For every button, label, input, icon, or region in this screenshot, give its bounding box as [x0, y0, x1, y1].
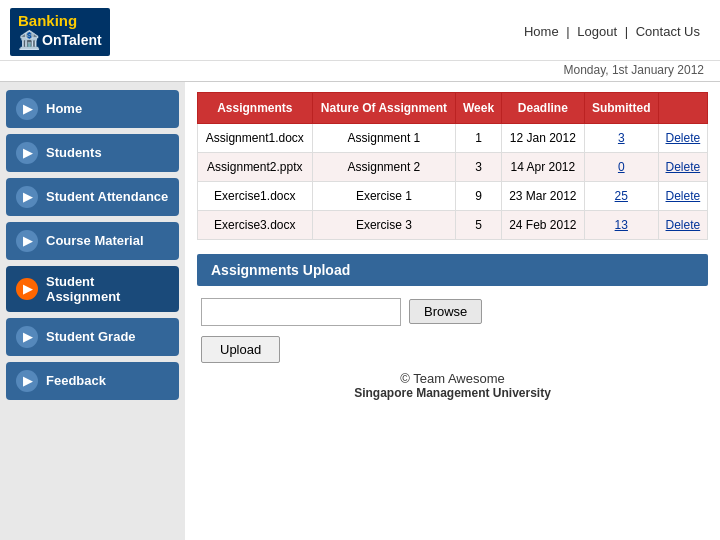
logo-box: Banking 🏦 OnTalent — [10, 8, 110, 56]
sidebar-item-student-assignment[interactable]: ▶ Student Assignment — [6, 266, 179, 312]
sidebar-label-grade: Student Grade — [46, 329, 136, 344]
cell-nature-2: Exercise 1 — [312, 181, 456, 210]
cell-week-3: 5 — [456, 210, 502, 239]
sidebar-item-student-grade[interactable]: ▶ Student Grade — [6, 318, 179, 356]
cell-week-2: 9 — [456, 181, 502, 210]
cell-delete-2[interactable]: Delete — [658, 181, 707, 210]
col-header-deadline: Deadline — [501, 92, 584, 123]
upload-row: Browse — [197, 298, 708, 326]
main-layout: ▶ Home ▶ Students ▶ Student Attendance ▶… — [0, 82, 720, 540]
cell-week-1: 3 — [456, 152, 502, 181]
nav-separator-2: | — [625, 24, 628, 39]
col-header-assignments: Assignments — [198, 92, 313, 123]
cell-file-0: Assignment1.docx — [198, 123, 313, 152]
cell-delete-1[interactable]: Delete — [658, 152, 707, 181]
cell-nature-3: Exercise 3 — [312, 210, 456, 239]
cell-deadline-3: 24 Feb 2012 — [501, 210, 584, 239]
col-header-action — [658, 92, 707, 123]
upload-title: Assignments Upload — [211, 262, 350, 278]
content-area: Assignments Nature Of Assignment Week De… — [185, 82, 720, 540]
cell-file-3: Exercise3.docx — [198, 210, 313, 239]
contact-nav-link[interactable]: Contact Us — [636, 24, 700, 39]
assignments-table: Assignments Nature Of Assignment Week De… — [197, 92, 708, 240]
browse-button[interactable]: Browse — [409, 299, 482, 324]
sidebar-label-home: Home — [46, 101, 82, 116]
sidebar-label-assignment: Student Assignment — [46, 274, 169, 304]
col-header-nature: Nature Of Assignment — [312, 92, 456, 123]
sidebar-arrow-course: ▶ — [16, 230, 38, 252]
sidebar-arrow-assignment: ▶ — [16, 278, 38, 300]
cell-file-2: Exercise1.docx — [198, 181, 313, 210]
cell-submitted-0[interactable]: 3 — [584, 123, 658, 152]
cell-week-0: 1 — [456, 123, 502, 152]
cell-submitted-3[interactable]: 13 — [584, 210, 658, 239]
col-header-week: Week — [456, 92, 502, 123]
file-upload-input[interactable] — [201, 298, 401, 326]
footer-line1: © Team Awesome — [197, 371, 708, 386]
logo-area: Banking 🏦 OnTalent — [10, 8, 110, 56]
upload-button[interactable]: Upload — [201, 336, 280, 363]
footer: © Team Awesome Singapore Management Univ… — [197, 371, 708, 400]
nav-links: Home | Logout | Contact Us — [520, 24, 704, 39]
home-nav-link[interactable]: Home — [524, 24, 559, 39]
date-text: Monday, 1st January 2012 — [563, 63, 704, 77]
sidebar-item-course-material[interactable]: ▶ Course Material — [6, 222, 179, 260]
logo-banking: Banking — [18, 12, 77, 29]
sidebar-label-course: Course Material — [46, 233, 144, 248]
cell-deadline-0: 12 Jan 2012 — [501, 123, 584, 152]
table-row: Assignment1.docx Assignment 1 1 12 Jan 2… — [198, 123, 708, 152]
sidebar-arrow-home: ▶ — [16, 98, 38, 120]
cell-deadline-1: 14 Apr 2012 — [501, 152, 584, 181]
sidebar-item-feedback[interactable]: ▶ Feedback — [6, 362, 179, 400]
table-row: Assignment2.pptx Assignment 2 3 14 Apr 2… — [198, 152, 708, 181]
cell-delete-3[interactable]: Delete — [658, 210, 707, 239]
cell-file-1: Assignment2.pptx — [198, 152, 313, 181]
nav-separator-1: | — [566, 24, 569, 39]
app-header: Banking 🏦 OnTalent Home | Logout | Conta… — [0, 0, 720, 61]
sidebar-label-attendance: Student Attendance — [46, 189, 168, 204]
sidebar-arrow-grade: ▶ — [16, 326, 38, 348]
sidebar-label-feedback: Feedback — [46, 373, 106, 388]
sidebar: ▶ Home ▶ Students ▶ Student Attendance ▶… — [0, 82, 185, 540]
upload-header: Assignments Upload — [197, 254, 708, 286]
cell-submitted-1[interactable]: 0 — [584, 152, 658, 181]
logo-icon: 🏦 — [18, 30, 40, 52]
sidebar-item-students[interactable]: ▶ Students — [6, 134, 179, 172]
table-row: Exercise1.docx Exercise 1 9 23 Mar 2012 … — [198, 181, 708, 210]
upload-section: Assignments Upload Browse Upload — [197, 254, 708, 363]
sidebar-label-students: Students — [46, 145, 102, 160]
cell-deadline-2: 23 Mar 2012 — [501, 181, 584, 210]
footer-line2: Singapore Management University — [197, 386, 708, 400]
table-row: Exercise3.docx Exercise 3 5 24 Feb 2012 … — [198, 210, 708, 239]
col-header-submitted: Submitted — [584, 92, 658, 123]
cell-nature-1: Assignment 2 — [312, 152, 456, 181]
sidebar-arrow-attendance: ▶ — [16, 186, 38, 208]
sidebar-item-home[interactable]: ▶ Home — [6, 90, 179, 128]
date-bar: Monday, 1st January 2012 — [0, 61, 720, 82]
logout-nav-link[interactable]: Logout — [577, 24, 617, 39]
cell-delete-0[interactable]: Delete — [658, 123, 707, 152]
cell-submitted-2[interactable]: 25 — [584, 181, 658, 210]
sidebar-arrow-feedback: ▶ — [16, 370, 38, 392]
sidebar-arrow-students: ▶ — [16, 142, 38, 164]
sidebar-item-student-attendance[interactable]: ▶ Student Attendance — [6, 178, 179, 216]
cell-nature-0: Assignment 1 — [312, 123, 456, 152]
logo-ontalent: OnTalent — [42, 32, 102, 49]
